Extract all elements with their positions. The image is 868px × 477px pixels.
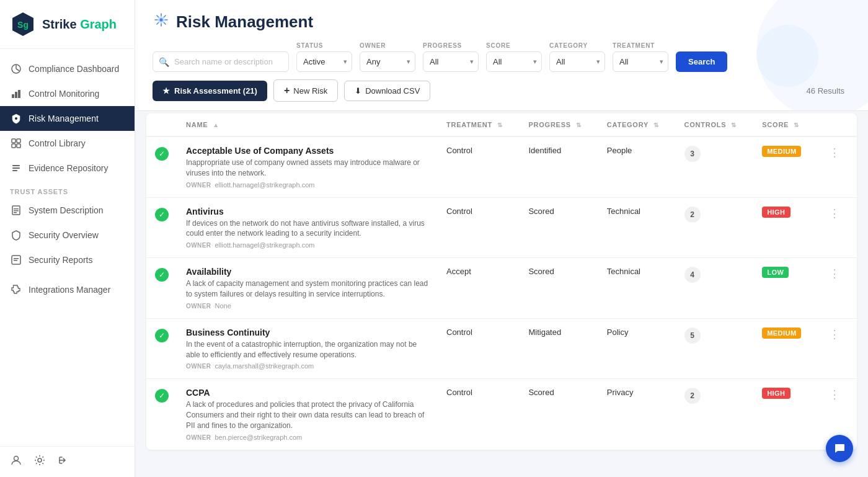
risk-name[interactable]: Availability [186,267,429,277]
risk-progress: Scored [528,207,554,216]
svg-rect-7 [12,139,16,143]
sidebar-item-security-overview[interactable]: Security Overview [0,223,135,247]
treatment-label: TREATMENT [613,42,668,49]
score-label: SCORE [486,42,542,49]
page-title: Risk Management [176,12,313,32]
th-name[interactable]: NAME ▲ [177,114,438,136]
search-input[interactable] [153,51,289,72]
controls-count: 2 [684,388,701,404]
sidebar-item-label: Security Overview [29,230,99,240]
progress-select[interactable]: All [423,51,479,72]
row-menu-button[interactable]: ⋮ [825,145,844,160]
svg-rect-3 [12,94,14,98]
table-row[interactable]: ✓ Antivirus If devices on the network do… [146,197,857,258]
row-progress-cell: Scored [520,258,598,319]
risk-assessment-label: Risk Assessment (21) [174,86,257,96]
status-label: STATUS [296,42,352,49]
th-controls[interactable]: CONTROLS ⇅ [676,114,754,136]
score-select[interactable]: All [486,51,542,72]
risk-name[interactable]: Business Continuity [186,328,429,337]
logo-icon: Sg [10,11,36,37]
risk-progress: Identified [528,146,561,155]
row-category-cell: Technical [598,258,676,319]
sidebar-item-compliance-dashboard[interactable]: Compliance Dashboard [0,56,135,81]
svg-rect-17 [14,212,17,213]
gear-icon[interactable] [33,454,46,470]
table-row[interactable]: ✓ Business Continuity In the event of a … [146,318,857,379]
risk-category: Technical [607,267,640,276]
logout-icon[interactable] [57,454,69,470]
row-progress-cell: Mitigated [520,318,598,379]
risk-owner: OWNER elliott.harnagel@strikegraph.com [186,181,429,189]
row-progress-cell: Scored [520,379,598,450]
sidebar-item-label: Compliance Dashboard [29,64,119,74]
category-label: CATEGORY [549,42,605,49]
category-sort-icon: ⇅ [653,122,659,128]
sidebar-item-control-monitoring[interactable]: Control Monitoring [0,81,135,106]
row-treatment-cell: Control [438,318,520,379]
row-menu-button[interactable]: ⋮ [825,327,844,342]
new-risk-button[interactable]: + New Risk [273,79,338,102]
risk-treatment: Control [446,207,472,216]
risk-name[interactable]: CCPA [186,388,429,398]
row-name-cell: CCPA A lack of procedures and policies t… [177,379,438,450]
risk-table: NAME ▲ TREATMENT ⇅ PROGRESS ⇅ CATEGORY ⇅ [146,114,857,450]
row-name-cell: Antivirus If devices on the network do n… [177,197,438,258]
row-treatment-cell: Control [438,379,520,450]
sidebar-item-system-description[interactable]: System Description [0,198,135,223]
th-category[interactable]: CATEGORY ⇅ [598,114,676,136]
sidebar-item-risk-management[interactable]: Risk Management [0,106,135,131]
sidebar-item-control-library[interactable]: Control Library [0,131,135,156]
risk-category: Privacy [607,388,634,397]
new-risk-label: New Risk [293,86,327,96]
chat-bubble[interactable] [826,435,853,462]
svg-rect-11 [12,165,20,166]
sidebar-item-security-reports[interactable]: Security Reports [0,247,135,272]
sidebar-item-integrations-manager[interactable]: Integrations Manager [0,277,135,302]
puzzle-icon [10,283,22,296]
svg-rect-20 [14,260,17,261]
controls-count: 3 [684,146,701,162]
row-name-cell: Acceptable Use of Company Assets Inappro… [177,136,438,197]
risk-name[interactable]: Antivirus [186,207,429,216]
table-row[interactable]: ✓ CCPA A lack of procedures and policies… [146,379,857,450]
score-filter-group: SCORE All [486,42,542,72]
th-progress[interactable]: PROGRESS ⇅ [520,114,598,136]
controls-count: 5 [684,328,701,344]
table-row[interactable]: ✓ Availability A lack of capacity manage… [146,258,857,319]
risk-description: A lack of procedures and policies that p… [186,399,429,430]
status-select[interactable]: Active Inactive All [296,51,352,72]
sidebar-item-label: Evidence Repository [29,163,108,173]
row-menu-button[interactable]: ⋮ [825,387,844,402]
th-score[interactable]: SCORE ⇅ [753,114,817,136]
search-input-wrap: 🔍 [153,51,289,72]
sidebar-item-evidence-repository[interactable]: Evidence Repository [0,156,135,181]
risk-name[interactable]: Acceptable Use of Company Assets [186,146,429,156]
category-select[interactable]: All [549,51,605,72]
row-menu-button[interactable]: ⋮ [825,266,844,281]
risk-assessment-button[interactable]: ★ Risk Assessment (21) [153,81,267,101]
row-menu-cell: ⋮ [817,258,857,319]
svg-point-24 [160,19,163,22]
treatment-filter-group: TREATMENT All [613,42,668,72]
controls-count: 4 [684,267,701,283]
table-row[interactable]: ✓ Acceptable Use of Company Assets Inapp… [146,136,857,197]
treatment-select[interactable]: All [613,51,668,72]
sidebar-footer [0,446,135,477]
user-icon[interactable] [10,454,22,470]
risk-category: Policy [607,328,629,337]
th-actions [817,114,857,136]
th-name-label: NAME [186,121,208,128]
svg-rect-10 [17,144,20,148]
owner-select[interactable]: Any [360,51,415,72]
bar-chart-icon [10,87,22,100]
svg-rect-13 [12,170,17,171]
score-badge: MEDIUM [762,328,801,339]
search-icon: 🔍 [159,57,169,67]
search-button[interactable]: Search [676,51,727,72]
th-treatment[interactable]: TREATMENT ⇅ [438,114,520,136]
download-csv-button[interactable]: ⬇ Download CSV [344,81,430,101]
owner-filter-group: OWNER Any [360,42,415,72]
row-menu-button[interactable]: ⋮ [825,206,844,221]
row-progress-cell: Identified [520,136,598,197]
